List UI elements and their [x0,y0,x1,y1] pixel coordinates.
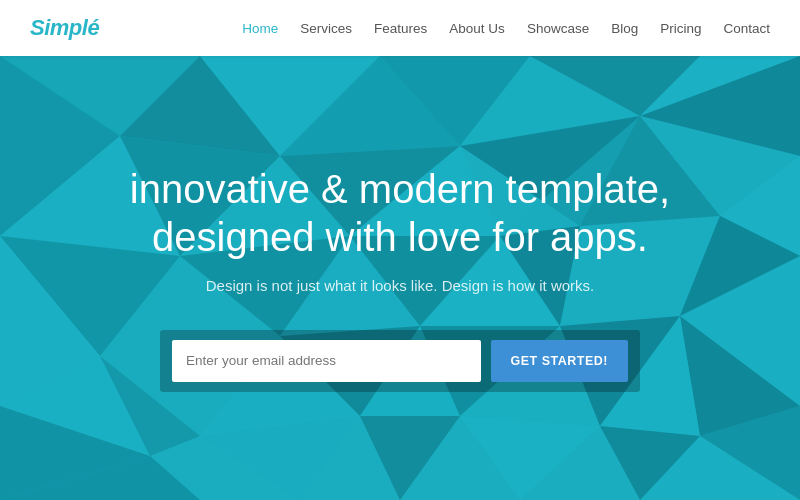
nav-item-about[interactable]: About Us [449,19,505,37]
hero-subtitle: Design is not just what it looks like. D… [206,277,594,294]
nav-link-services[interactable]: Services [300,21,352,36]
nav-link-home[interactable]: Home [242,21,278,36]
nav-item-contact[interactable]: Contact [723,19,770,37]
nav-link-blog[interactable]: Blog [611,21,638,36]
nav-item-services[interactable]: Services [300,19,352,37]
logo-text: Simplé [30,15,99,40]
nav-item-blog[interactable]: Blog [611,19,638,37]
nav-link-contact[interactable]: Contact [723,21,770,36]
nav-links: Home Services Features About Us Showcase… [242,19,770,37]
nav-item-showcase[interactable]: Showcase [527,19,589,37]
navbar: Simplé Home Services Features About Us S… [0,0,800,56]
hero-form: GET STARTED! [160,330,640,392]
logo[interactable]: Simplé [30,15,99,41]
nav-link-showcase[interactable]: Showcase [527,21,589,36]
nav-item-pricing[interactable]: Pricing [660,19,701,37]
nav-link-features[interactable]: Features [374,21,427,36]
nav-link-pricing[interactable]: Pricing [660,21,701,36]
hero-title: innovative & modern template, designed w… [60,165,740,261]
hero-content: innovative & modern template, designed w… [0,56,800,500]
nav-item-features[interactable]: Features [374,19,427,37]
nav-item-home[interactable]: Home [242,19,278,37]
get-started-button[interactable]: GET STARTED! [491,340,628,382]
hero-section: innovative & modern template, designed w… [0,56,800,500]
nav-link-about[interactable]: About Us [449,21,505,36]
email-input[interactable] [172,340,481,382]
